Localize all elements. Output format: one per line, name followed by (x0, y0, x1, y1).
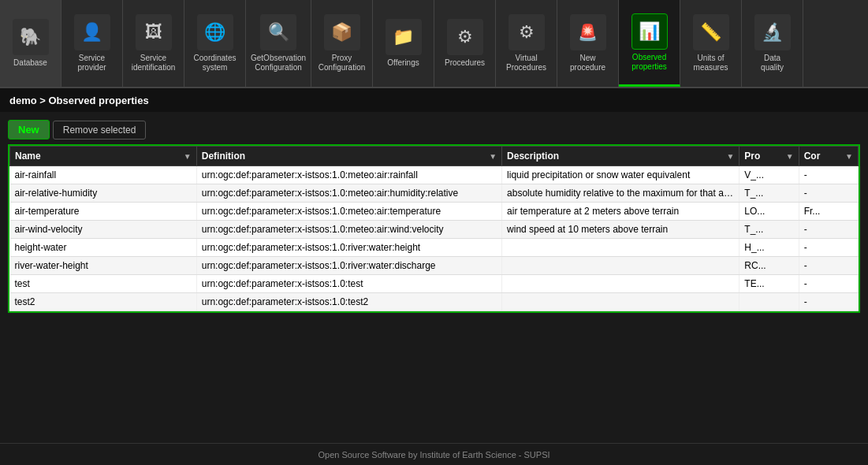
offerings-icon: 📁 (386, 19, 422, 55)
nav-proxy[interactable]: 📦 ProxyConfiguration (311, 0, 373, 87)
table-cell-pro: RC... (739, 257, 799, 275)
col-cor-sort-icon: ▼ (845, 152, 853, 161)
table-cell-description (502, 239, 739, 257)
coordinates-icon: 🌐 (197, 14, 233, 50)
new-procedure-icon: 🚨 (570, 14, 606, 50)
table-cell-description (502, 293, 739, 311)
col-header-cor[interactable]: Cor ▼ (799, 147, 858, 166)
breadcrumb-text: demo > Observed properties (9, 95, 149, 106)
breadcrumb: demo > Observed properties (0, 88, 868, 112)
nav-service-provider[interactable]: 👤 Serviceprovider (61, 0, 123, 87)
new-button[interactable]: New (8, 120, 50, 140)
nav-procedures[interactable]: ⚙ Procedures (434, 0, 496, 87)
table-cell-cor: - (799, 184, 858, 203)
nav-service-provider-label: Serviceprovider (77, 54, 106, 73)
nav-getobservation-label: GetObservationConfiguration (251, 54, 306, 73)
col-header-definition[interactable]: Definition ▼ (196, 147, 501, 166)
table-cell-description (502, 257, 739, 275)
database-icon: 🐘 (13, 19, 49, 55)
table-cell-description (502, 275, 739, 293)
nav-new-procedure-label: Newprocedure (570, 54, 605, 73)
proxy-icon: 📦 (324, 14, 360, 50)
observed-properties-icon: 📊 (631, 13, 668, 50)
table-cell-name: height-water (10, 239, 197, 257)
table-row[interactable]: test2urn:ogc:def:parameter:x-istsos:1.0:… (10, 293, 859, 311)
table-row[interactable]: air-relative-humidityurn:ogc:def:paramet… (10, 184, 859, 203)
col-header-name[interactable]: Name ▼ (10, 147, 197, 166)
nav-coordinates-system[interactable]: 🌐 Coordinatessystem (184, 0, 246, 87)
table-row[interactable]: air-temperatureurn:ogc:def:parameter:x-i… (10, 203, 859, 221)
table-body: air-rainfallurn:ogc:def:parameter:x-ists… (10, 166, 859, 311)
table-cell-pro: TE... (739, 275, 799, 293)
nav-getobservation[interactable]: 🔍 GetObservationConfiguration (246, 0, 311, 87)
table-cell-cor: - (799, 257, 858, 275)
nav-data-quality[interactable]: 🔬 Dataquality (742, 0, 803, 87)
footer: Open Source Software by Institute of Ear… (0, 443, 868, 465)
units-of-measures-icon: 📏 (693, 14, 729, 50)
table-cell-definition: urn:ogc:def:parameter:x-istsos:1.0:meteo… (196, 203, 501, 221)
table-cell-cor: - (799, 275, 858, 293)
table-row[interactable]: air-rainfallurn:ogc:def:parameter:x-ists… (10, 166, 859, 184)
nav-procedures-label: Procedures (445, 58, 485, 68)
table-cell-pro: LO... (739, 203, 799, 221)
table-cell-description: wind speed at 10 meters above terrain (502, 221, 739, 239)
table-cell-name: air-relative-humidity (10, 184, 197, 203)
table-cell-definition: urn:ogc:def:parameter:x-istsos:1.0:meteo… (196, 166, 501, 184)
col-def-sort-icon: ▼ (489, 152, 497, 161)
table-cell-cor: - (799, 239, 858, 257)
table-cell-name: test (10, 275, 197, 293)
nav-virtual-procedures[interactable]: ⚙ VirtualProcedures (496, 0, 557, 87)
table-row[interactable]: river-water-heighturn:ogc:def:parameter:… (10, 257, 859, 275)
table-cell-definition: urn:ogc:def:parameter:x-istsos:1.0:meteo… (196, 221, 501, 239)
nav-new-procedure[interactable]: 🚨 Newprocedure (557, 0, 619, 87)
getobservation-icon: 🔍 (260, 14, 296, 50)
table-cell-name: river-water-height (10, 257, 197, 275)
procedures-icon: ⚙ (447, 19, 483, 55)
nav-units-label: Units ofmeasures (694, 54, 728, 73)
table-row[interactable]: height-waterurn:ogc:def:parameter:x-ists… (10, 239, 859, 257)
nav-coordinates-label: Coordinatessystem (194, 54, 237, 73)
table-cell-description: liquid precipitation or snow water equiv… (502, 166, 739, 184)
observed-properties-table: Name ▼ Definition ▼ Description ▼ (9, 146, 859, 311)
data-quality-icon: 🔬 (754, 14, 791, 50)
main-content: New Remove selected Name ▼ Definition (0, 112, 868, 443)
table-cell-name: air-wind-velocity (10, 221, 197, 239)
col-desc-sort-icon: ▼ (726, 152, 734, 161)
nav-units-of-measures[interactable]: 📏 Units ofmeasures (680, 0, 742, 87)
remove-selected-button[interactable]: Remove selected (53, 121, 147, 140)
table-cell-pro: T_... (739, 221, 799, 239)
table-cell-cor: - (799, 221, 858, 239)
table-cell-definition: urn:ogc:def:parameter:x-istsos:1.0:river… (196, 239, 501, 257)
data-table-wrapper: Name ▼ Definition ▼ Description ▼ (8, 144, 860, 313)
nav-service-identification-label: Serviceidentification (132, 54, 176, 73)
toolbar: New Remove selected (8, 120, 860, 140)
nav-offerings[interactable]: 📁 Offerings (373, 0, 434, 87)
nav-observed-properties-label: Observedproperties (631, 53, 666, 72)
table-row[interactable]: testurn:ogc:def:parameter:x-istsos:1.0:t… (10, 275, 859, 293)
col-name-sort-icon: ▼ (184, 152, 192, 161)
table-cell-description: air temperature at 2 meters above terrai… (502, 203, 739, 221)
table-cell-pro: V_... (739, 166, 799, 184)
top-navigation: 🐘 Database 👤 Serviceprovider 🖼 Serviceid… (0, 0, 868, 88)
col-pro-sort-icon: ▼ (786, 152, 794, 161)
table-cell-cor: Fr... (799, 203, 858, 221)
table-cell-pro: T_... (739, 184, 799, 203)
nav-database-label: Database (13, 58, 47, 68)
nav-observed-properties[interactable]: 📊 Observedproperties (619, 0, 680, 87)
nav-database[interactable]: 🐘 Database (0, 0, 61, 87)
table-cell-pro: H_... (739, 239, 799, 257)
table-cell-definition: urn:ogc:def:parameter:x-istsos:1.0:test2 (196, 293, 501, 311)
nav-virtual-procedures-label: VirtualProcedures (506, 54, 546, 73)
col-header-description[interactable]: Description ▼ (502, 147, 739, 166)
table-cell-name: air-rainfall (10, 166, 197, 184)
service-provider-icon: 👤 (74, 14, 110, 50)
table-cell-name: test2 (10, 293, 197, 311)
col-header-pro[interactable]: Pro ▼ (739, 147, 799, 166)
nav-proxy-label: ProxyConfiguration (319, 54, 365, 73)
table-cell-description: absolute humidity relative to the maximu… (502, 184, 739, 203)
table-row[interactable]: air-wind-velocityurn:ogc:def:parameter:x… (10, 221, 859, 239)
nav-service-identification[interactable]: 🖼 Serviceidentification (123, 0, 184, 87)
footer-text: Open Source Software by Institute of Ear… (318, 450, 549, 459)
table-cell-pro (739, 293, 799, 311)
service-identification-icon: 🖼 (136, 14, 172, 50)
